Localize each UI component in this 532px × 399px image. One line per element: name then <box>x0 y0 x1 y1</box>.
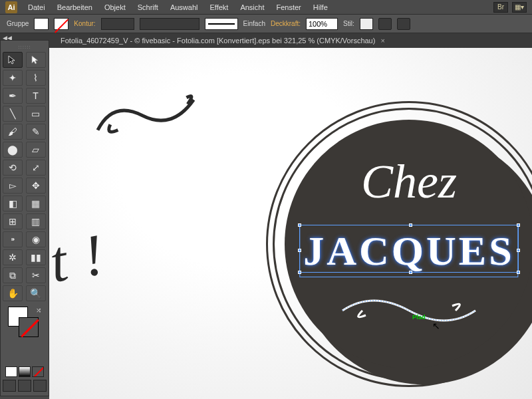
stroke-weight-dropdown[interactable] <box>101 18 134 30</box>
menu-effect[interactable]: Effekt <box>204 1 233 13</box>
menu-file[interactable]: Datei <box>23 1 51 13</box>
color-mode-none[interactable] <box>32 366 44 377</box>
variable-width-dropdown[interactable] <box>140 18 200 30</box>
badge-text-chez: Chez <box>361 154 457 209</box>
opacity-label: Deckkraft: <box>271 20 301 27</box>
badge-ornament <box>336 294 482 327</box>
swap-fill-stroke-icon[interactable]: ⤭ <box>36 307 41 314</box>
smart-guide-hint: Pfad <box>412 314 426 321</box>
draw-mode-inside[interactable] <box>33 380 47 392</box>
symbol-sprayer-tool[interactable]: ✲ <box>3 249 23 265</box>
selection-type-label: Gruppe <box>7 20 29 27</box>
app-icon: Ai <box>5 1 17 13</box>
brush-tool[interactable]: 🖌 <box>3 124 23 140</box>
cursor-icon: ↖ <box>432 321 440 331</box>
zoom-tool[interactable]: 🔍 <box>26 285 46 301</box>
pencil-tool[interactable]: ✎ <box>26 124 46 140</box>
bridge-button[interactable]: Br <box>493 2 508 13</box>
menu-help[interactable]: Hilfe <box>308 1 333 13</box>
selection-handle[interactable] <box>298 249 301 252</box>
control-bar: Gruppe Kontur: Einfach Deckkraft: 100% S… <box>0 15 532 33</box>
graphic-style-swatch[interactable] <box>360 18 373 30</box>
document-title: Fotolia_46072459_V - © fivebasic - Fotol… <box>61 37 375 45</box>
hand-tool[interactable]: ✋ <box>3 285 23 301</box>
selection-handle[interactable] <box>298 271 301 274</box>
graph-tool[interactable]: ▮▮ <box>26 249 46 265</box>
eraser-tool[interactable]: ▱ <box>26 142 46 158</box>
layout-button[interactable]: ▦▾ <box>512 2 527 13</box>
mesh-tool[interactable]: ⊞ <box>3 213 23 229</box>
stroke-style-label: Einfach <box>243 20 265 27</box>
align-icon[interactable] <box>397 18 410 30</box>
color-mode-gradient[interactable] <box>19 366 31 377</box>
menu-view[interactable]: Ansicht <box>235 1 269 13</box>
eyedropper-tool[interactable]: ⁍ <box>3 231 23 247</box>
magic-wand-tool[interactable]: ✦ <box>3 70 23 86</box>
draw-mode-normal[interactable] <box>3 380 16 392</box>
badge-logo: Chez JACQUES Pfad ↖ <box>266 101 532 387</box>
type-tool[interactable]: T <box>26 88 46 104</box>
close-tab-icon[interactable]: × <box>380 37 384 45</box>
menu-object[interactable]: Objekt <box>99 1 131 13</box>
rectangle-tool[interactable]: ▭ <box>26 106 46 122</box>
menu-select[interactable]: Auswahl <box>165 1 203 13</box>
menu-window[interactable]: Fenster <box>271 1 306 13</box>
screen-mode-row <box>3 380 47 392</box>
direct-selection-tool[interactable] <box>26 52 46 68</box>
color-mode-solid[interactable] <box>5 366 17 377</box>
menu-edit[interactable]: Bearbeiten <box>52 1 98 13</box>
gradient-tool[interactable]: ▥ <box>26 213 46 229</box>
stroke-swatch[interactable] <box>54 18 68 30</box>
selection-handle[interactable] <box>517 249 520 252</box>
fill-stroke-indicator[interactable]: ⤭ <box>3 305 47 337</box>
menu-bar: Ai Datei Bearbeiten Objekt Schrift Auswa… <box>0 0 532 15</box>
canvas[interactable]: n tit ! Chez JACQUES <box>49 48 532 399</box>
fill-swatch[interactable] <box>34 18 49 30</box>
blob-brush-tool[interactable]: ⬤ <box>3 142 23 158</box>
blend-tool[interactable]: ◉ <box>26 231 46 247</box>
selection-handle[interactable] <box>298 223 301 227</box>
menu-type[interactable]: Schrift <box>132 1 164 13</box>
slice-tool[interactable]: ✂ <box>26 267 46 283</box>
shape-builder-tool[interactable]: ◧ <box>3 196 23 211</box>
line-tool[interactable]: ╲ <box>3 106 23 122</box>
draw-mode-behind[interactable] <box>18 380 31 392</box>
pen-tool[interactable]: ✒ <box>3 88 23 104</box>
recolor-icon[interactable] <box>378 18 392 30</box>
selection-handle[interactable] <box>517 271 520 274</box>
selection-handle[interactable] <box>409 223 412 227</box>
stroke-style-preview[interactable] <box>205 18 238 30</box>
toolbox: :::::: ✦ ⌇ ✒ T ╲ ▭ 🖌 ✎ ⬤ ▱ ⟲ ⤢ ▻ ✥ ◧ ▦ ⊞… <box>0 40 49 396</box>
rotate-tool[interactable]: ⟲ <box>3 160 23 176</box>
document-tab-bar: Fotolia_46072459_V - © fivebasic - Fotol… <box>0 33 532 48</box>
width-tool[interactable]: ▻ <box>3 178 23 194</box>
color-mode-row <box>3 366 47 377</box>
selection-tool[interactable] <box>3 52 23 68</box>
free-transform-tool[interactable]: ✥ <box>26 178 46 194</box>
stroke-color[interactable] <box>19 317 39 337</box>
opacity-input[interactable]: 100% <box>306 18 338 30</box>
selection-bounding-box[interactable] <box>299 225 519 273</box>
style-label: Stil: <box>343 20 354 27</box>
selection-handle[interactable] <box>409 271 412 274</box>
selection-handle[interactable] <box>517 223 520 227</box>
toolbox-handle[interactable]: :::::: <box>3 43 47 50</box>
artboard-tool[interactable]: ⧉ <box>3 267 23 283</box>
document-tab[interactable]: Fotolia_46072459_V - © fivebasic - Fotol… <box>57 35 389 47</box>
stroke-label: Kontur: <box>74 20 95 27</box>
scale-tool[interactable]: ⤢ <box>26 160 46 176</box>
lasso-tool[interactable]: ⌇ <box>26 70 46 86</box>
perspective-tool[interactable]: ▦ <box>26 196 46 211</box>
